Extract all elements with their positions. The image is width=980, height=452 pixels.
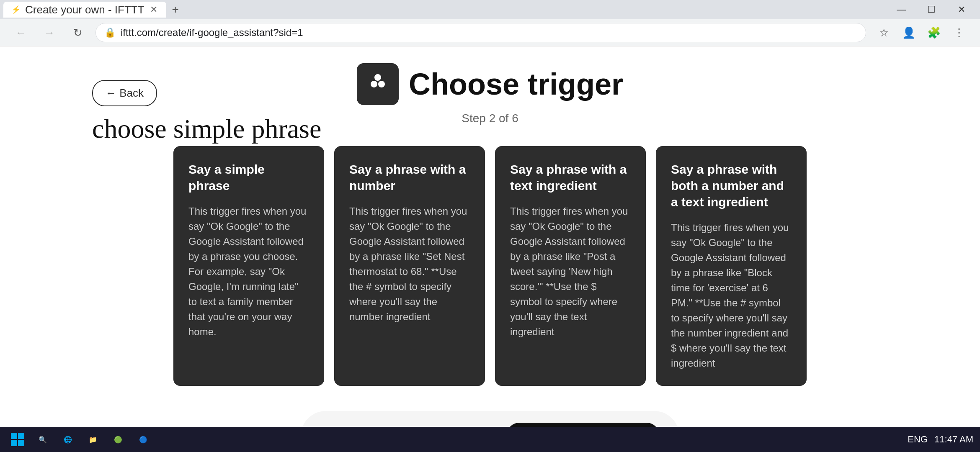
active-tab[interactable]: ⚡ Create your own - IFTTT ✕ (3, 2, 166, 18)
taskbar: 🔍 🌐 📁 🟢 🔵 ENG 11:47 AM (0, 427, 980, 452)
trigger-card-title-0: Say a simple phrase (188, 161, 309, 194)
trigger-cards-grid: Say a simple phrase This trigger fires w… (25, 146, 955, 386)
reload-button[interactable]: ↻ (67, 22, 89, 44)
trigger-card-3[interactable]: Say a phrase with both a number and a te… (656, 146, 807, 386)
url-text: ifttt.com/create/if-google_assistant?sid… (121, 27, 857, 39)
svg-rect-3 (11, 433, 17, 439)
tab-favicon: ⚡ (10, 4, 22, 15)
taskbar-search-icon[interactable]: 🔍 (32, 429, 54, 450)
extensions-button[interactable]: 🧩 (923, 22, 945, 44)
svg-rect-5 (11, 440, 17, 446)
taskbar-files-icon[interactable]: 📁 (82, 429, 104, 450)
trigger-card-desc-0: This trigger fires when you say "Ok Goog… (188, 204, 309, 339)
windows-logo-icon (10, 432, 25, 447)
clock: 11:47 AM (934, 433, 973, 446)
tab-bar: ⚡ Create your own - IFTTT ✕ + (3, 0, 185, 19)
trigger-card-title-1: Say a phrase with a number (349, 161, 470, 194)
svg-rect-6 (18, 440, 24, 446)
toolbar-icons: ☆ 👤 🧩 ⋮ (873, 22, 970, 44)
trigger-card-2[interactable]: Say a phrase with a text ingredient This… (495, 146, 646, 386)
step-indicator: Step 2 of 6 (462, 112, 518, 125)
page-subtitle: choose simple phrase (92, 113, 321, 144)
svg-rect-4 (18, 433, 24, 439)
close-button[interactable]: ✕ (946, 0, 977, 19)
page-title: Choose trigger (409, 67, 623, 101)
language-indicator: ENG (908, 434, 928, 445)
start-button[interactable] (7, 429, 28, 450)
service-icon-box (357, 63, 399, 105)
trigger-card-desc-2: This trigger fires when you say "Ok Goog… (510, 204, 631, 339)
trigger-card-desc-3: This trigger fires when you say "Ok Goog… (671, 220, 792, 371)
taskbar-app2-icon[interactable]: 🔵 (132, 429, 154, 450)
clock-time: 11:47 AM (934, 433, 973, 446)
more-button[interactable]: ⋮ (948, 22, 970, 44)
title-bar: ⚡ Create your own - IFTTT ✕ + — ☐ ✕ (0, 0, 980, 19)
taskbar-browser-icon[interactable]: 🌐 (57, 429, 79, 450)
tab-title: Create your own - IFTTT (25, 3, 144, 16)
choose-trigger-title: Choose trigger (357, 63, 623, 105)
forward-nav-button[interactable]: → (39, 22, 60, 44)
page-content: ← Back choose simple phrase Choose trigg… (0, 46, 980, 452)
bookmark-button[interactable]: ☆ (873, 22, 895, 44)
lock-icon: 🔒 (104, 27, 116, 38)
tab-close-button[interactable]: ✕ (148, 4, 160, 15)
window-controls: — ☐ ✕ (886, 0, 977, 19)
svg-point-1 (378, 81, 385, 87)
address-bar-row: ← → ↻ 🔒 ifttt.com/create/if-google_assis… (0, 19, 980, 46)
trigger-card-title-2: Say a phrase with a text ingredient (510, 161, 631, 194)
trigger-card-1[interactable]: Say a phrase with a number This trigger … (334, 146, 485, 386)
trigger-card-desc-1: This trigger fires when you say "Ok Goog… (349, 204, 470, 324)
back-nav-button[interactable]: ← (10, 22, 32, 44)
trigger-card-0[interactable]: Say a simple phrase This trigger fires w… (173, 146, 324, 386)
profile-button[interactable]: 👤 (898, 22, 920, 44)
new-tab-button[interactable]: + (166, 0, 185, 19)
address-bar[interactable]: 🔒 ifttt.com/create/if-google_assistant?s… (95, 23, 866, 42)
svg-point-2 (374, 74, 381, 81)
svg-point-0 (371, 81, 377, 87)
taskbar-app1-icon[interactable]: 🟢 (107, 429, 129, 450)
taskbar-right: ENG 11:47 AM (908, 433, 973, 446)
system-tray: ENG (908, 434, 928, 445)
google-assistant-icon (365, 72, 390, 97)
back-button[interactable]: ← Back (92, 80, 157, 106)
trigger-card-title-3: Say a phrase with both a number and a te… (671, 161, 792, 210)
browser-chrome: ⚡ Create your own - IFTTT ✕ + — ☐ ✕ ← → … (0, 0, 980, 46)
minimize-button[interactable]: — (886, 0, 916, 19)
maximize-button[interactable]: ☐ (916, 0, 946, 19)
